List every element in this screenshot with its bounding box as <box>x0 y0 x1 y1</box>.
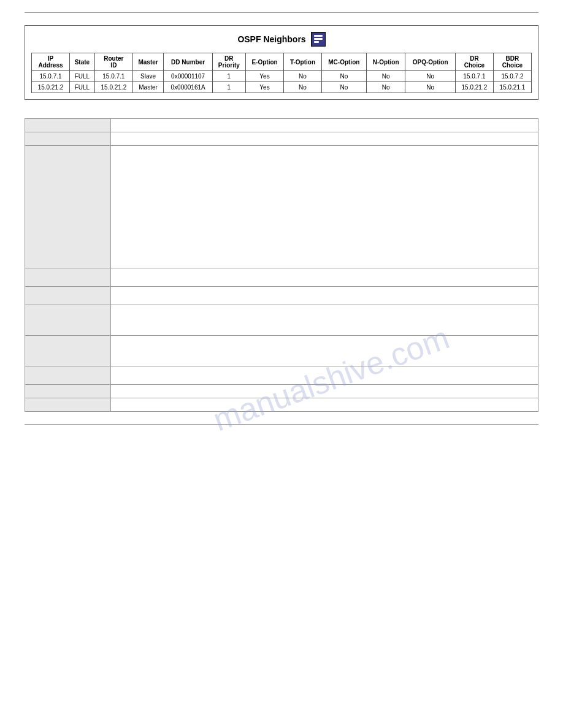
ospf-icon <box>311 32 326 47</box>
ospf-cell: Yes <box>245 82 284 93</box>
ref-data-row <box>25 146 538 268</box>
ref-data-row <box>25 287 538 305</box>
ospf-cell: FULL <box>69 71 94 82</box>
ref-data-row <box>25 336 538 366</box>
ospf-table: IPAddress State RouterID Master DD Numbe… <box>31 53 532 93</box>
ospf-cell: 15.0.7.1 <box>94 71 132 82</box>
ospf-cell: 15.0.7.1 <box>455 71 493 82</box>
col-master: Master <box>132 53 163 71</box>
ospf-cell: No <box>405 71 456 82</box>
svg-rect-2 <box>314 38 323 40</box>
ref-label-cell <box>25 366 111 385</box>
ref-value-cell <box>111 305 538 336</box>
col-dd-number: DD Number <box>164 53 213 71</box>
top-divider <box>25 12 538 13</box>
ospf-title-row: OSPF Neighbors <box>31 32 532 47</box>
svg-rect-3 <box>314 41 319 43</box>
ospf-data-row: 15.0.7.1FULL15.0.7.1Slave0x000011071YesN… <box>32 71 532 82</box>
ospf-cell: Slave <box>132 71 163 82</box>
ref-label-cell <box>25 398 111 412</box>
col-e-option: E-Option <box>245 53 284 71</box>
col-bdr-choice: BDRChoice <box>493 53 531 71</box>
ospf-cell: 1 <box>212 82 245 93</box>
ospf-cell: 0x00001107 <box>164 71 213 82</box>
ospf-cell: No <box>284 82 321 93</box>
ref-label-cell <box>25 146 111 268</box>
ref-label-cell <box>25 385 111 398</box>
ospf-cell: No <box>284 71 321 82</box>
ref-value-cell <box>111 287 538 305</box>
col-state: State <box>69 53 94 71</box>
ref-label-cell <box>25 305 111 336</box>
ospf-cell: FULL <box>69 82 94 93</box>
col-dr-choice: DRChoice <box>455 53 493 71</box>
col-n-option: N-Option <box>367 53 405 71</box>
ref-label-cell <box>25 287 111 305</box>
ref-data-row <box>25 385 538 398</box>
ref-data-row <box>25 398 538 412</box>
svg-rect-1 <box>314 35 323 37</box>
ospf-neighbors-section: OSPF Neighbors IPAddress State RouterID … <box>25 25 538 100</box>
ref-label-cell <box>25 268 111 287</box>
reference-table <box>25 118 538 412</box>
ref-value-cell <box>111 336 538 366</box>
ospf-cell: No <box>321 71 366 82</box>
col-ip-address: IPAddress <box>32 53 70 71</box>
ospf-cell: 15.0.7.1 <box>32 71 70 82</box>
ospf-cell: 15.0.7.2 <box>493 71 531 82</box>
ospf-cell: 1 <box>212 71 245 82</box>
ref-data-row <box>25 268 538 287</box>
ospf-cell: Master <box>132 82 163 93</box>
ref-value-cell <box>111 385 538 398</box>
ref-col-field <box>25 119 111 132</box>
ospf-cell: 15.0.21.2 <box>455 82 493 93</box>
ospf-cell: No <box>321 82 366 93</box>
ref-value-cell <box>111 146 538 268</box>
bottom-divider <box>25 424 538 425</box>
ospf-cell: 15.0.21.2 <box>94 82 132 93</box>
ref-label-cell <box>25 132 111 146</box>
ref-label-cell <box>25 336 111 366</box>
ref-col-desc <box>111 119 538 132</box>
ref-header-row <box>25 119 538 132</box>
ospf-cell: 0x0000161A <box>164 82 213 93</box>
ospf-cell: 15.0.21.1 <box>493 82 531 93</box>
ospf-cell: No <box>405 82 456 93</box>
ospf-cell: 15.0.21.2 <box>32 82 70 93</box>
ref-value-cell <box>111 398 538 412</box>
ref-data-row <box>25 305 538 336</box>
col-opq-option: OPQ-Option <box>405 53 456 71</box>
col-router-id: RouterID <box>94 53 132 71</box>
col-mc-option: MC-Option <box>321 53 366 71</box>
ref-data-row <box>25 366 538 385</box>
ospf-title: OSPF Neighbors <box>237 34 305 44</box>
ref-value-cell <box>111 132 538 146</box>
col-dr-priority: DRPriority <box>212 53 245 71</box>
ospf-cell: Yes <box>245 71 284 82</box>
ref-data-row <box>25 132 538 146</box>
ospf-cell: No <box>367 82 405 93</box>
ref-value-cell <box>111 366 538 385</box>
col-t-option: T-Option <box>284 53 321 71</box>
ospf-header-row: IPAddress State RouterID Master DD Numbe… <box>32 53 532 71</box>
ref-value-cell <box>111 268 538 287</box>
ospf-data-row: 15.0.21.2FULL15.0.21.2Master0x0000161A1Y… <box>32 82 532 93</box>
ospf-cell: No <box>367 71 405 82</box>
